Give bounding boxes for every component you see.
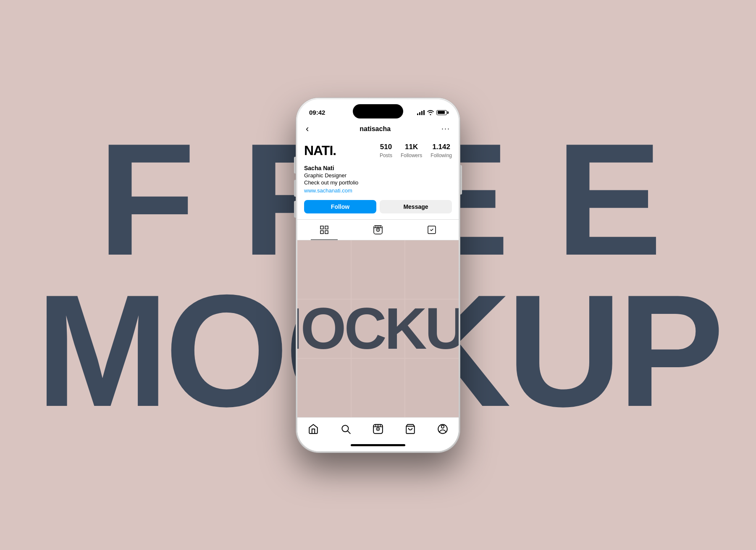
svg-point-6 [378,229,379,230]
signal-icon [417,110,425,115]
home-bar [351,444,405,446]
nav-profile[interactable] [432,422,453,436]
shop-icon [405,424,416,434]
profile-tab-bar [297,219,459,240]
profile-header: NATI. 510 Posts 11K Followers 1. [304,143,452,159]
profile-bio-line1: Graphic Designer [304,172,452,179]
follow-button[interactable]: Follow [304,200,376,213]
app-screen: 09:42 [297,99,459,451]
tab-reels[interactable] [351,220,405,240]
tab-tagged[interactable] [405,220,459,240]
svg-rect-1 [325,226,328,229]
nav-reels[interactable] [368,422,388,436]
more-options-button[interactable]: ··· [441,124,450,133]
bg-letter-f: F [98,120,191,279]
search-icon [340,424,351,434]
following-label: Following [430,153,452,158]
phone-screen: 09:42 [297,99,459,451]
bottom-nav [297,417,459,439]
followers-label: Followers [401,153,422,158]
following-count: 1.142 [430,143,452,151]
svg-rect-0 [320,226,323,229]
followers-count: 11K [401,143,422,151]
home-indicator [297,439,459,451]
profile-actions: Follow Message [304,200,452,213]
status-time: 09:42 [309,109,325,116]
svg-rect-2 [320,231,323,234]
profile-nav-icon [437,424,448,434]
reels-nav-icon [373,424,383,434]
profile-website[interactable]: www.sachanati.com [304,187,352,194]
tab-grid[interactable] [297,220,351,240]
profile-name: Sacha Nati [304,165,452,171]
reels-tab-icon [373,225,383,235]
svg-rect-3 [325,231,328,234]
back-button[interactable]: ‹ [306,124,309,134]
mockup-text-overlay: MOCKUP [297,240,459,417]
stat-posts: 510 Posts [380,143,392,159]
profile-username: natisacha [360,125,391,133]
mockup-inner-text: MOCKUP [297,299,459,358]
profile-logo: NATI. [304,143,336,158]
svg-point-16 [377,428,378,429]
nav-bar: ‹ natisacha ··· [297,120,459,138]
profile-info: Sacha Nati Graphic Designer Check out my… [304,165,452,194]
profile-stats: 510 Posts 11K Followers 1.142 Following [380,143,452,159]
stat-following: 1.142 Following [430,143,452,159]
battery-icon [436,110,447,115]
posts-label: Posts [380,153,392,158]
tagged-icon [427,225,437,235]
bg-letter-e2: E [556,120,658,279]
status-icons [417,110,447,115]
home-icon [308,424,319,434]
wifi-icon [427,110,434,115]
profile-bio-line2: Check out my portfolio [304,179,452,186]
profile-section: NATI. 510 Posts 11K Followers 1. [297,138,459,219]
nav-home[interactable] [303,422,324,436]
dynamic-island [353,104,403,118]
message-button[interactable]: Message [380,200,452,213]
svg-line-13 [348,431,350,433]
phone-mockup: 09:42 [296,98,460,453]
content-grid: MOCKUP [297,240,459,417]
nav-search[interactable] [335,422,356,436]
nav-shop[interactable] [400,422,421,436]
posts-count: 510 [380,143,392,151]
phone-shell: 09:42 [296,98,460,453]
grid-icon [319,225,329,235]
stat-followers: 11K Followers [401,143,422,159]
